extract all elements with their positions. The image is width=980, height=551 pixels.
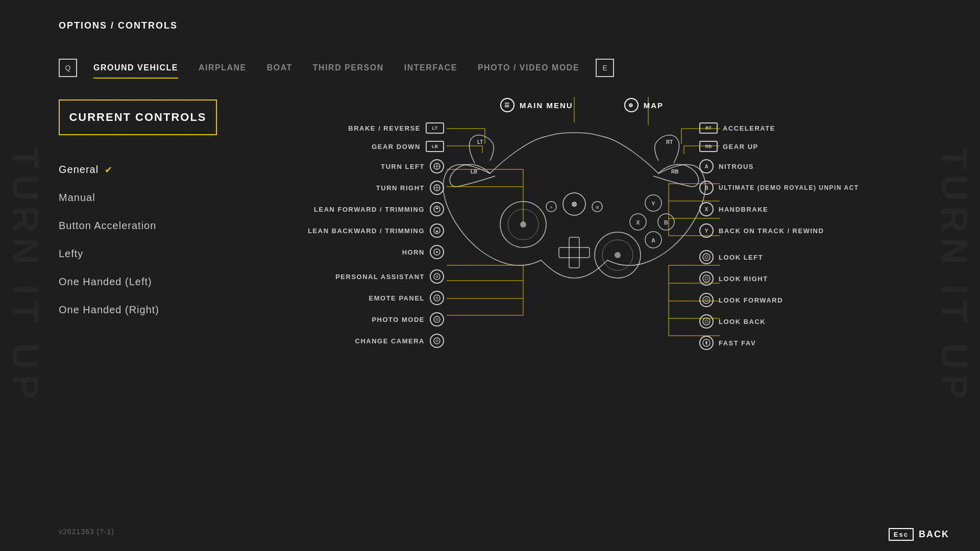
lefty-label: Lefty	[59, 248, 83, 260]
svg-point-79	[703, 275, 710, 282]
change-camera-icon	[430, 334, 444, 348]
preset-one-handed-left[interactable]: One Handed (Left)	[59, 268, 159, 296]
svg-rect-11	[559, 247, 590, 258]
change-camera-label: CHANGE CAMERA	[355, 337, 425, 345]
preset-button-acceleration[interactable]: Button Acceleration	[59, 212, 159, 240]
look-back-icon	[699, 314, 714, 329]
svg-marker-64	[435, 207, 438, 209]
back-on-track-icon: Y	[699, 223, 714, 238]
fast-fav-icon	[699, 336, 714, 350]
turn-left-label: TURN LEFT	[381, 163, 425, 170]
ultimate-icon: B	[699, 181, 714, 195]
tab-left-bracket[interactable]: Q	[59, 59, 77, 77]
turn-left-icon	[430, 159, 444, 173]
esc-key[interactable]: Esc	[889, 528, 914, 541]
lean-forward-row: LEAN FORWARD / TRIMMING	[250, 202, 444, 216]
handbrake-row: X HANDBRAKE	[699, 202, 914, 216]
change-camera-row: CHANGE CAMERA	[250, 334, 444, 348]
turn-left-row: TURN LEFT	[250, 159, 444, 173]
svg-point-72	[436, 297, 438, 299]
main-menu-icon: ☰	[500, 98, 514, 112]
preset-one-handed-right[interactable]: One Handed (Right)	[59, 296, 159, 324]
look-right-icon	[699, 271, 714, 286]
svg-text:⊗: ⊗	[571, 200, 577, 208]
gear-down-label: GEAR DOWN	[372, 143, 421, 151]
accelerate-label: ACCELERATE	[723, 124, 775, 132]
emote-panel-row: EMOTE PANEL	[250, 291, 444, 305]
tab-third-person[interactable]: THIRD PERSON	[303, 59, 394, 77]
tab-boat[interactable]: BOAT	[257, 59, 303, 77]
one-handed-right-label: One Handed (Right)	[59, 304, 159, 316]
svg-text:X: X	[636, 219, 640, 226]
accelerate-row: RT ACCELERATE	[699, 122, 914, 134]
back-on-track-row: Y BACK ON TRACK / REWIND	[699, 223, 914, 238]
emote-panel-label: EMOTE PANEL	[369, 294, 425, 302]
look-right-row: LOOK RIGHT	[699, 271, 914, 286]
tab-airplane[interactable]: AIRPLANE	[188, 59, 257, 77]
brake-reverse-label: BRAKE / REVERSE	[348, 124, 421, 132]
personal-assistant-icon	[430, 269, 444, 284]
ultimate-label: ULTIMATE (DEMO ROYALE) UNPIN ACT	[719, 184, 859, 191]
svg-marker-86	[705, 341, 707, 345]
svg-point-9	[615, 252, 621, 258]
map-label: ⊕ MAP	[624, 98, 664, 112]
svg-text:LT: LT	[477, 139, 483, 145]
lean-forward-label: LEAN FORWARD / TRIMMING	[314, 206, 425, 213]
svg-point-73	[434, 316, 440, 322]
general-label: General	[59, 164, 99, 176]
svg-rect-10	[569, 237, 579, 268]
manual-label: Manual	[59, 192, 95, 204]
preset-manual[interactable]: Manual	[59, 184, 159, 212]
svg-text:A: A	[651, 237, 655, 243]
tab-interface[interactable]: INTERFACE	[394, 59, 468, 77]
horn-row: HORN	[250, 245, 444, 259]
svg-point-82	[705, 298, 708, 302]
preset-lefty[interactable]: Lefty	[59, 240, 159, 268]
gear-down-icon: LB	[426, 141, 444, 152]
turn-right-icon	[430, 181, 444, 195]
photo-mode-label: PHOTO MODE	[372, 316, 425, 323]
controller-area: LT RT LB RB ⊗	[250, 97, 914, 362]
gear-down-row: GEAR DOWN LB	[250, 141, 444, 152]
back-button[interactable]: Esc BACK	[889, 528, 949, 541]
current-controls-label: CURRENT CONTROLS	[69, 111, 206, 124]
map-icon: ⊕	[624, 98, 639, 112]
tab-right-bracket[interactable]: E	[596, 59, 614, 77]
gear-up-label: GEAR UP	[723, 143, 758, 151]
look-left-row: LOOK LEFT	[699, 250, 914, 264]
look-forward-row: LOOK FORWARD	[699, 293, 914, 307]
svg-text:RB: RB	[671, 169, 678, 174]
handbrake-label: HANDBRAKE	[719, 206, 768, 213]
lean-backward-icon	[430, 223, 444, 238]
turn-right-row: TURN RIGHT	[250, 181, 444, 195]
svg-point-84	[705, 320, 708, 323]
lean-forward-icon	[430, 202, 444, 216]
map-text: MAP	[644, 101, 664, 110]
preset-general[interactable]: General ✔	[59, 156, 159, 184]
breadcrumb: OPTIONS / CONTROLS	[59, 20, 178, 31]
svg-point-75	[434, 338, 440, 344]
lean-backward-label: LEAN BACKWARD / TRIMMING	[308, 227, 425, 235]
brake-reverse-icon: LT	[426, 122, 444, 134]
horn-icon	[430, 245, 444, 259]
tab-photo-video[interactable]: PHOTO / VIDEO MODE	[468, 59, 590, 77]
nitrous-icon: A	[699, 159, 714, 173]
look-forward-label: LOOK FORWARD	[719, 296, 783, 304]
one-handed-left-label: One Handed (Left)	[59, 276, 152, 288]
svg-point-68	[436, 251, 438, 253]
general-checkmark: ✔	[105, 164, 113, 176]
tab-ground-vehicle[interactable]: GROUND VEHICLE	[83, 59, 188, 77]
look-back-row: LOOK BACK	[699, 314, 914, 329]
svg-point-74	[436, 318, 438, 320]
svg-point-76	[436, 340, 438, 342]
nitrous-label: NITROUS	[719, 163, 754, 170]
svg-point-78	[705, 256, 708, 259]
personal-assistant-label: PERSONAL ASSISTANT	[335, 273, 425, 281]
svg-marker-66	[435, 231, 438, 233]
svg-text:≡: ≡	[550, 205, 553, 210]
look-right-label: LOOK RIGHT	[719, 275, 768, 283]
photo-mode-row: PHOTO MODE	[250, 312, 444, 327]
svg-point-71	[434, 295, 440, 301]
turn-right-label: TURN RIGHT	[376, 184, 425, 192]
current-controls-button[interactable]: CURRENT CONTROLS	[59, 99, 217, 135]
